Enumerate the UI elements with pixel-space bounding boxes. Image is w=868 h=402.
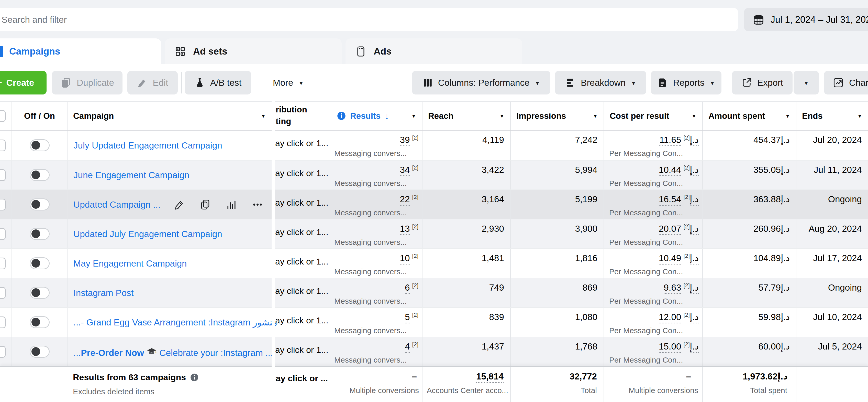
more-options-icon[interactable] <box>252 199 263 210</box>
ends-cell: Jul 20, 2024 <box>796 131 868 160</box>
breakdown-button[interactable]: Breakdown▼ <box>555 71 646 94</box>
row-checkbox[interactable] <box>0 287 6 299</box>
results-subtitle: Messaging convers... <box>334 208 407 217</box>
view-charts-icon[interactable] <box>226 199 237 210</box>
row-checkbox[interactable] <box>0 346 6 358</box>
row-checkbox[interactable] <box>0 258 6 269</box>
header-attribution-setting[interactable]: ribution ting <box>275 102 329 130</box>
more-button[interactable]: More▼ <box>264 71 313 94</box>
plus-icon: + <box>0 77 2 89</box>
cost-note: [2] <box>683 194 690 200</box>
campaign-toggle-off[interactable] <box>30 257 50 269</box>
select-all-checkbox[interactable] <box>0 110 6 122</box>
results-value: 10[2] <box>400 253 418 263</box>
impressions-cell: 5,199 <box>510 190 603 219</box>
tab-campaigns[interactable]: Campaigns <box>0 38 161 64</box>
row-checkbox[interactable] <box>0 140 6 151</box>
header-amount-spent[interactable]: Amount spent ▼ <box>702 102 796 130</box>
impressions-cell: 7,242 <box>510 131 603 160</box>
ends-value: Ongoing <box>828 194 862 204</box>
campaign-toggle-off[interactable] <box>30 169 50 181</box>
info-icon[interactable] <box>190 373 199 382</box>
row-checkbox[interactable] <box>0 169 6 181</box>
attribution-value: ay click or 1... <box>275 138 329 148</box>
chart-button[interactable]: Chart <box>824 71 868 94</box>
campaign-toggle-off[interactable] <box>30 346 50 358</box>
attribution-value: ay click or 1... <box>275 257 329 266</box>
header-results[interactable]: Results ↓ ▼ <box>329 102 422 130</box>
campaign-link[interactable]: July Updated Engagement Campaign <box>73 140 222 150</box>
reach-cell: 839 <box>422 308 510 337</box>
campaign-link[interactable]: June Engagement Campaign <box>73 170 189 180</box>
export-options-button[interactable]: ▼ <box>794 71 819 94</box>
campaign-row: ...Pre-Order NowCelebrate your :Instagra… <box>0 337 868 366</box>
cost-per-result-cell: 10.44د.إ[2]Per Messaging Con... <box>603 161 702 190</box>
toggle-knob <box>31 141 40 149</box>
campaign-toggle-off[interactable] <box>30 139 50 151</box>
cost-subtitle: Per Messaging Con... <box>609 179 683 188</box>
ab-test-button[interactable]: A/B test <box>185 71 251 94</box>
header-cost-per-result[interactable]: Cost per result ▼ <box>603 102 702 130</box>
campaign-cell: Updated July Engagement Campaign <box>67 220 272 248</box>
toggle-knob <box>31 200 40 209</box>
campaign-toggle-off[interactable] <box>30 316 50 328</box>
footer-reach-value: 15,814 <box>476 371 503 383</box>
ad-sets-icon <box>174 45 186 58</box>
campaigns-icon <box>0 46 3 57</box>
spent-value: 59.98د.إ <box>758 312 790 322</box>
cost-value: 16.54د.إ[2] <box>659 194 699 204</box>
ends-value: Aug 20, 2024 <box>809 224 862 234</box>
export-button[interactable]: Export <box>732 71 793 94</box>
row-checkbox[interactable] <box>0 316 6 328</box>
campaign-link[interactable]: Updated July Engagement Campaign <box>73 229 222 239</box>
reach-cell: 2,930 <box>422 220 510 248</box>
row-checkbox[interactable] <box>0 228 6 240</box>
header-reach[interactable]: Reach ▼ <box>422 102 510 130</box>
edit-button[interactable]: Edit <box>127 71 178 94</box>
reports-button[interactable]: Reports▼ <box>651 71 721 94</box>
cost-per-result-cell: 11.65د.إ[2]Per Messaging Con... <box>603 131 702 160</box>
header-campaign[interactable]: Campaign ▼ <box>67 102 272 130</box>
footer-title: Results from 63 campaigns <box>73 372 199 382</box>
campaign-toggle-off[interactable] <box>30 228 50 240</box>
reach-value: 749 <box>489 282 504 293</box>
cost-per-result-cell: 9.63د.إ[2]Per Messaging Con... <box>603 278 702 307</box>
date-range-button[interactable]: Jul 1, 2024 – Jul 31, 2024 <box>744 8 868 31</box>
create-button[interactable]: + Create <box>0 71 46 94</box>
results-cell: 10[2]Messaging convers... <box>329 249 422 278</box>
toggle-knob <box>31 288 40 297</box>
reach-cell: 4,119 <box>422 131 510 160</box>
impressions-value: 5,994 <box>575 165 597 175</box>
campaign-link[interactable]: Instagram Post <box>73 288 133 298</box>
reach-value: 3,422 <box>482 165 504 175</box>
campaign-link[interactable]: ...Pre-Order NowCelebrate your :Instagra… <box>73 346 273 358</box>
results-subtitle: Messaging convers... <box>334 149 407 158</box>
results-value: 6[2] <box>405 282 418 293</box>
amount-spent-cell: 454.37د.إ <box>702 131 796 160</box>
tab-ad-sets[interactable]: Ad sets <box>165 38 342 64</box>
search-input[interactable] <box>1 15 667 25</box>
edit-pencil-icon[interactable] <box>174 199 185 210</box>
campaign-link[interactable]: Updated Campaign ... <box>73 199 160 210</box>
duplicate-button[interactable]: Duplicate <box>52 71 123 94</box>
header-impressions[interactable]: Impressions ▼ <box>510 102 603 130</box>
campaign-cell: ...- Grand Egg Vase Arrangement :Instagr… <box>67 308 272 337</box>
campaign-cell: ...Pre-Order NowCelebrate your :Instagra… <box>67 337 272 366</box>
duplicate-copy-icon[interactable] <box>200 199 211 210</box>
columns-button[interactable]: Columns: Performance▼ <box>412 71 550 94</box>
campaign-toggle-off[interactable] <box>30 198 50 210</box>
campaign-link[interactable]: ...- Grand Egg Vase Arrangement :Instagr… <box>73 317 277 327</box>
tab-ads[interactable]: Ads <box>345 38 522 64</box>
sort-descending-icon: ↓ <box>385 111 389 121</box>
row-checkbox[interactable] <box>0 199 6 210</box>
campaign-toggle-off[interactable] <box>30 287 50 299</box>
campaign-link[interactable]: May Engagement Campaign <box>73 258 187 268</box>
cost-note: [2] <box>683 312 690 318</box>
reach-cell: 1,437 <box>422 337 510 366</box>
attribution-value: ay click or 1... <box>275 227 329 237</box>
cost-value: 12.00د.إ[2] <box>659 312 699 322</box>
results-value: 39[2] <box>400 135 418 145</box>
header-ends[interactable]: Ends ▼ <box>796 102 868 130</box>
table-header: Off / On Campaign ▼ ribution ting Result… <box>0 101 868 131</box>
toggle-knob <box>31 347 40 356</box>
